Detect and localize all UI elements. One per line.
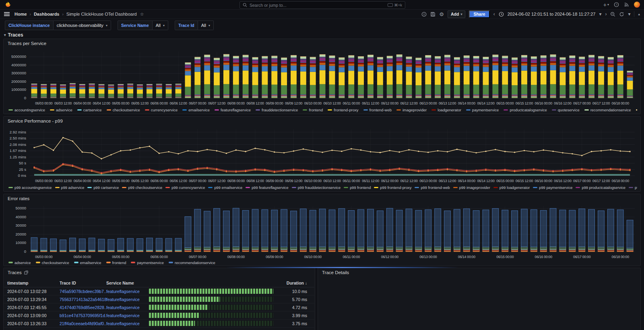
legend-item[interactable]: loadgenerator [431, 108, 461, 112]
column-header-trace_id[interactable]: Trace ID [60, 281, 106, 285]
legend-item[interactable]: frauddetectionservice [256, 108, 298, 112]
legend-item[interactable]: frontend [106, 260, 126, 265]
variable-label[interactable]: Service Name [118, 20, 153, 30]
legend-item[interactable]: currencyservice [145, 108, 178, 112]
panel-title[interactable]: Service Performance - p99 [8, 119, 63, 123]
variable-value-dropdown[interactable]: clickhouse-observability▾ [54, 20, 111, 30]
user-avatar[interactable] [634, 2, 640, 8]
cell-service-link[interactable]: featureflagservice [106, 297, 149, 302]
zoom-out-time-icon[interactable] [610, 12, 615, 17]
legend-item[interactable]: paymentservice [131, 260, 164, 265]
panel-title[interactable]: Trace Details [322, 270, 349, 275]
legend-item[interactable]: p99 paymentservice [533, 186, 572, 190]
column-header-duration[interactable]: Duration↓ [277, 281, 310, 285]
legend-item[interactable]: p99 productcatalogservice [576, 186, 625, 190]
mega-menu-icon[interactable] [4, 12, 10, 16]
legend-item[interactable]: frontend-proxy [328, 108, 358, 112]
legend-item[interactable]: p99 frontend-web [415, 186, 450, 190]
share-button[interactable]: Share [469, 10, 489, 18]
refresh-icon[interactable] [619, 12, 624, 17]
legend-item[interactable]: productcatalogservice [504, 108, 547, 112]
column-header-timestamp[interactable]: timestamp [7, 281, 60, 285]
legend-item[interactable]: adservice [8, 260, 31, 265]
cell-service-link[interactable]: featureflagservice [106, 305, 149, 310]
time-shift-back-icon[interactable]: ‹ [493, 11, 495, 17]
grafana-logo-icon[interactable] [4, 1, 11, 8]
bar-segment-paymentservice [502, 250, 508, 251]
breadcrumb-item[interactable]: Dashboards [34, 12, 60, 16]
legend-item[interactable]: p99 frontend-proxy [374, 186, 411, 190]
bar-segment-loadgenerator [560, 64, 566, 65]
bar-segment-featureflagservice [300, 95, 306, 95]
favorite-star-icon[interactable]: ☆ [140, 12, 144, 17]
legend-item[interactable]: p99 featureflagservice [246, 186, 288, 190]
legend-item[interactable]: adservice [50, 108, 72, 112]
p99-chart[interactable]: 0 ms25 s50 s1.25 mins1.67 mins2.08 mins2… [7, 128, 637, 183]
legend-item[interactable]: p99 imageprovider [453, 186, 490, 190]
traces-per-service-chart[interactable]: 01000000200000030000004000000500000006/0… [7, 50, 637, 106]
dashboard-settings-icon[interactable]: ⚙ [439, 11, 444, 17]
cell-trace-id-link[interactable]: 21ff4a0ceeaeb4fd90af0... [60, 321, 106, 326]
point [552, 171, 553, 172]
breadcrumb-item[interactable]: Home [14, 12, 27, 16]
legend-item[interactable]: p99 emailservice [208, 186, 242, 190]
error-rates-chart[interactable]: 0100002000030000400005000006/03 00:0006/… [7, 205, 637, 259]
cell-service-link[interactable]: featureflagservice [106, 289, 149, 294]
panel-title[interactable]: Error rates [8, 196, 29, 201]
save-dashboard-icon[interactable] [430, 12, 436, 17]
legend-item[interactable]: p99 currencyservice [165, 186, 205, 190]
legend-item[interactable]: p99 loadgenerator [493, 186, 530, 190]
legend-item[interactable]: p99 adservice [55, 186, 85, 190]
panel-insights-icon[interactable] [421, 12, 427, 17]
legend-item[interactable]: p99 checkoutservice [122, 186, 162, 190]
legend-item[interactable]: frontend-web [363, 108, 392, 112]
cell-service-link[interactable]: featureflagservice [106, 313, 149, 318]
legend-item[interactable]: p99 accountingservice [8, 186, 52, 190]
legend-item[interactable]: checkoutservice [107, 108, 140, 112]
time-shift-forward-icon[interactable]: › [605, 11, 607, 17]
legend-item[interactable]: frontend [303, 108, 323, 112]
legend-item[interactable]: p99 quoteservice [629, 186, 637, 190]
add-button[interactable]: Add▾ [448, 10, 465, 18]
cell-trace-id-link[interactable]: 75563771413a22a54618... [60, 297, 106, 302]
legend-item[interactable]: emailservice [182, 108, 210, 112]
panel-title[interactable]: Traces [8, 270, 28, 275]
variable-label[interactable]: Trace Id [175, 20, 198, 30]
refresh-interval-caret-icon[interactable]: ▾ [628, 11, 630, 17]
legend-item[interactable]: featureflagservice [215, 108, 251, 112]
search-input[interactable]: Search or jump to... ⌘+k [239, 1, 405, 9]
clock-icon[interactable] [499, 12, 504, 17]
legend-item[interactable]: recommendationservice [169, 260, 215, 265]
column-header-service[interactable]: Service Name [106, 281, 149, 285]
legend-item[interactable]: emailservice [74, 260, 101, 265]
legend-item[interactable]: p99 frauddetectionservice [292, 186, 341, 190]
legend-item[interactable]: accountingservice [8, 108, 45, 112]
new-menu-button[interactable]: +▾ [603, 2, 609, 8]
variable-label[interactable]: ClickHouse instance [5, 20, 54, 30]
legend-item[interactable]: p99 cartservice [87, 186, 119, 190]
news-icon[interactable] [624, 2, 629, 7]
legend-item[interactable]: quoteservice [552, 108, 580, 112]
svg-text:06/06 00:00: 06/06 00:00 [151, 101, 168, 105]
help-icon[interactable]: ? [614, 2, 619, 7]
time-range-caret-icon[interactable]: ▾ [599, 11, 601, 17]
kiosk-collapse-icon[interactable]: ▴ [638, 12, 640, 16]
cell-trace-id-link[interactable]: 41474d0769d85ee2828... [60, 305, 106, 310]
cell-trace-id-link[interactable]: 745a59078cbdeec39b7... [60, 289, 106, 294]
point [53, 150, 54, 151]
panel-links-icon[interactable] [24, 271, 28, 275]
legend-item[interactable]: checkoutservice [36, 260, 69, 265]
legend-item[interactable]: cartservice [77, 108, 102, 112]
row-traces-header[interactable]: ▾ Traces [4, 32, 23, 38]
variable-value-dropdown[interactable]: All▾ [153, 20, 168, 30]
legend-item[interactable]: shippingservice [636, 108, 637, 112]
cell-service-link[interactable]: featureflagservice [106, 321, 149, 326]
cell-trace-id-link[interactable]: b91ce47d753709695f1d... [60, 313, 106, 318]
legend-item[interactable]: p99 frontend [344, 186, 371, 190]
variable-value-dropdown[interactable]: All▾ [198, 20, 214, 30]
legend-item[interactable]: recommendationservice [584, 108, 631, 112]
time-range-picker[interactable]: 2024-06-02 12:01:51 to 2024-06-18 11:27:… [508, 12, 596, 16]
legend-item[interactable]: paymentservice [466, 108, 499, 112]
legend-item[interactable]: imageprovider [396, 108, 427, 112]
panel-title[interactable]: Traces per Service [8, 41, 46, 46]
